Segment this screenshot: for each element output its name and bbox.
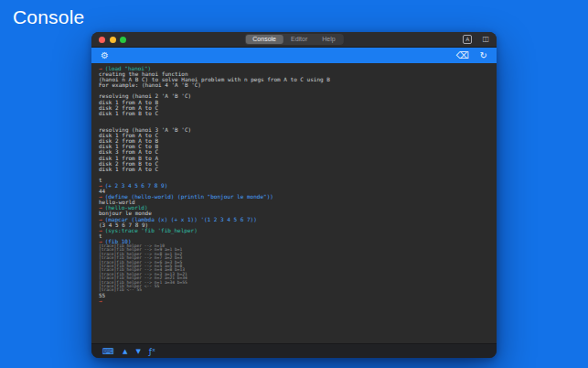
zoom-button[interactable] [120, 37, 126, 43]
close-button[interactable] [99, 37, 105, 43]
minimize-button[interactable] [110, 37, 116, 43]
traffic-lights [99, 37, 126, 43]
reload-icon[interactable]: ↻ [480, 51, 487, 60]
titlebar[interactable]: Console Editor Help A ◫ [91, 32, 497, 48]
scroll-up-icon[interactable]: ▲ [123, 347, 127, 356]
tab-console[interactable]: Console [245, 35, 283, 44]
console-output[interactable]: →(load "hanoi")creating the hanoi functi… [91, 63, 497, 343]
functions-icon[interactable]: ƒˣ [149, 347, 155, 356]
clear-console-icon[interactable]: ⌫ [455, 51, 468, 60]
console-line: → [99, 298, 488, 304]
keyboard-icon[interactable]: ⌨ [102, 347, 114, 356]
tab-help[interactable]: Help [315, 35, 342, 44]
scroll-down-icon[interactable]: ▼ [135, 347, 140, 356]
titlebar-icons: A ◫ [463, 35, 489, 44]
prompt-arrow-icon: → [99, 298, 102, 304]
bottom-toolbar: ⌨ ▲ ▼ ƒˣ [91, 343, 497, 358]
command-text: (sys:trace 'fib 'fib_helper) [105, 227, 198, 233]
text-size-icon[interactable]: A [463, 35, 472, 44]
command-text: (+ 2 3 4 5 6 7 8 9) [105, 182, 168, 189]
toolbar-right-icons: ⌫ ↻ [455, 51, 487, 60]
page-title: Console [13, 6, 84, 28]
desktop: { "page": { "title": "Console" }, "windo… [0, 0, 588, 368]
settings-gear-icon[interactable]: ⚙ [101, 51, 109, 60]
console-toolbar: ⚙ ⌫ ↻ [91, 48, 497, 63]
window-tab-group: Console Editor Help [244, 34, 343, 45]
console-window: Console Editor Help A ◫ ⚙ ⌫ ↻ →(load "ha… [91, 32, 497, 358]
sidebar-icon[interactable]: ◫ [482, 35, 489, 44]
tab-editor[interactable]: Editor [283, 35, 315, 44]
